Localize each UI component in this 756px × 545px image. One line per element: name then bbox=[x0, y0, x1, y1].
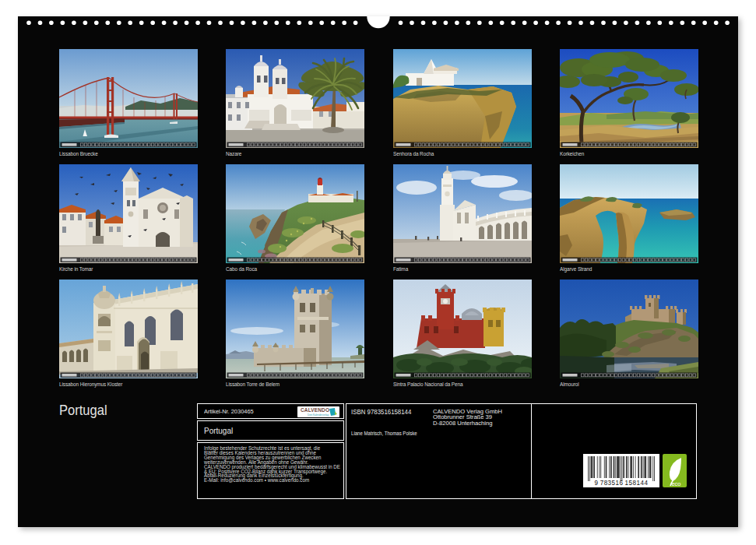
svg-text:eco: eco bbox=[671, 480, 680, 487]
